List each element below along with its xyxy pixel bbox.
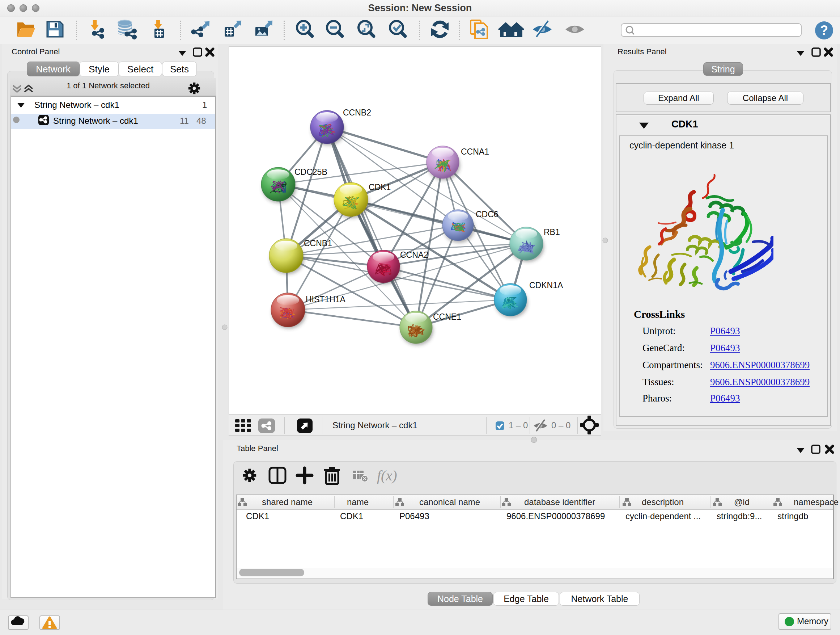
svg-text:CCNB2: CCNB2	[343, 108, 371, 117]
svg-text:CDC6: CDC6	[476, 210, 499, 219]
svg-text:CCNB1: CCNB1	[304, 239, 332, 248]
svg-text:CCNA2: CCNA2	[400, 250, 428, 260]
svg-text:CDC25B: CDC25B	[294, 167, 327, 177]
svg-text:HIST1H1A: HIST1H1A	[306, 295, 346, 304]
svg-text:CCNE1: CCNE1	[433, 312, 461, 321]
svg-text:CCNA1: CCNA1	[461, 147, 489, 157]
svg-text:RB1: RB1	[544, 227, 560, 237]
svg-text:CDKN1A: CDKN1A	[529, 280, 563, 290]
svg-text:CDK1: CDK1	[369, 182, 391, 192]
